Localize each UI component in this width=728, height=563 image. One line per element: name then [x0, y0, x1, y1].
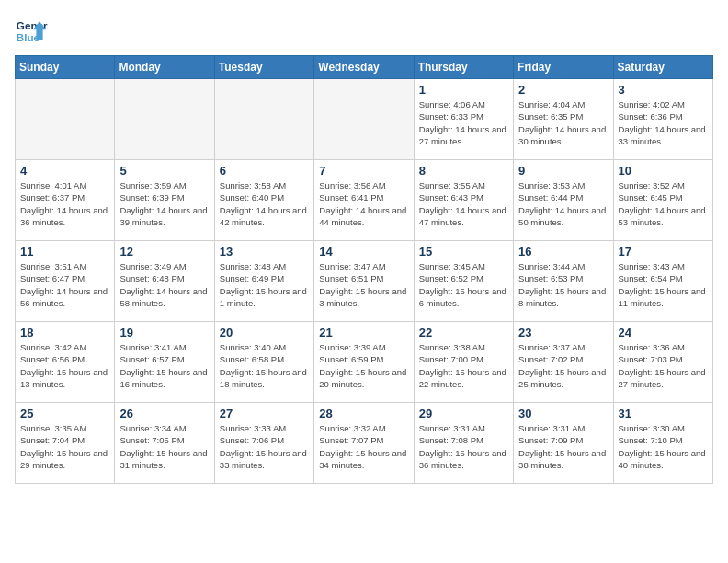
- calendar-cell: [314, 79, 414, 160]
- calendar-cell: 19 Sunrise: 3:41 AM Sunset: 6:57 PM Dayl…: [115, 322, 214, 403]
- day-info: Sunrise: 3:40 AM Sunset: 6:58 PM Dayligh…: [220, 341, 309, 390]
- day-number: 12: [119, 245, 209, 259]
- day-number: 11: [20, 245, 109, 259]
- day-number: 23: [518, 326, 608, 339]
- day-number: 27: [220, 407, 309, 420]
- calendar-cell: [16, 79, 115, 160]
- calendar-cell: 16 Sunrise: 3:44 AM Sunset: 6:53 PM Dayl…: [514, 241, 613, 322]
- day-info: Sunrise: 3:41 AM Sunset: 6:57 PM Dayligh…: [119, 341, 209, 390]
- calendar-cell: [115, 79, 214, 160]
- day-number: 7: [319, 164, 408, 178]
- weekday-header-friday: Friday: [514, 56, 613, 79]
- day-info: Sunrise: 3:58 AM Sunset: 6:40 PM Dayligh…: [220, 179, 309, 228]
- calendar-cell: 11 Sunrise: 3:51 AM Sunset: 6:47 PM Dayl…: [16, 241, 115, 322]
- day-info: Sunrise: 3:49 AM Sunset: 6:48 PM Dayligh…: [119, 260, 209, 309]
- day-number: 26: [119, 407, 209, 420]
- calendar-cell: 8 Sunrise: 3:55 AM Sunset: 6:43 PM Dayli…: [414, 160, 513, 241]
- calendar-cell: 14 Sunrise: 3:47 AM Sunset: 6:51 PM Dayl…: [314, 241, 414, 322]
- day-number: 30: [518, 407, 608, 420]
- day-info: Sunrise: 3:31 AM Sunset: 7:09 PM Dayligh…: [518, 422, 608, 471]
- weekday-header-saturday: Saturday: [613, 56, 712, 79]
- day-info: Sunrise: 3:52 AM Sunset: 6:45 PM Dayligh…: [619, 179, 708, 228]
- day-number: 19: [119, 326, 209, 339]
- calendar-cell: 23 Sunrise: 3:37 AM Sunset: 7:02 PM Dayl…: [514, 322, 613, 403]
- day-number: 5: [119, 164, 209, 178]
- day-info: Sunrise: 4:02 AM Sunset: 6:36 PM Dayligh…: [619, 98, 708, 147]
- day-info: Sunrise: 3:35 AM Sunset: 7:04 PM Dayligh…: [20, 422, 109, 471]
- day-number: 20: [220, 326, 309, 339]
- day-info: Sunrise: 3:31 AM Sunset: 7:08 PM Dayligh…: [419, 422, 508, 471]
- calendar-cell: 18 Sunrise: 3:42 AM Sunset: 6:56 PM Dayl…: [16, 322, 115, 403]
- day-number: 3: [619, 83, 708, 97]
- day-info: Sunrise: 3:32 AM Sunset: 7:07 PM Dayligh…: [319, 422, 408, 471]
- weekday-header-sunday: Sunday: [16, 56, 115, 79]
- calendar-cell: 30 Sunrise: 3:31 AM Sunset: 7:09 PM Dayl…: [514, 403, 613, 484]
- day-number: 2: [518, 83, 608, 97]
- weekday-header-tuesday: Tuesday: [214, 56, 313, 79]
- day-info: Sunrise: 3:47 AM Sunset: 6:51 PM Dayligh…: [319, 260, 408, 309]
- day-info: Sunrise: 4:04 AM Sunset: 6:35 PM Dayligh…: [518, 98, 608, 147]
- day-number: 9: [518, 164, 608, 178]
- calendar-cell: 2 Sunrise: 4:04 AM Sunset: 6:35 PM Dayli…: [514, 79, 613, 160]
- day-number: 4: [20, 164, 109, 178]
- calendar-week-4: 18 Sunrise: 3:42 AM Sunset: 6:56 PM Dayl…: [16, 322, 713, 403]
- weekday-header-monday: Monday: [115, 56, 214, 79]
- day-number: 13: [220, 245, 309, 259]
- calendar-cell: 31 Sunrise: 3:30 AM Sunset: 7:10 PM Dayl…: [613, 403, 712, 484]
- calendar-cell: 29 Sunrise: 3:31 AM Sunset: 7:08 PM Dayl…: [414, 403, 513, 484]
- day-number: 15: [419, 245, 508, 259]
- day-info: Sunrise: 3:37 AM Sunset: 7:02 PM Dayligh…: [518, 341, 608, 390]
- day-info: Sunrise: 4:01 AM Sunset: 6:37 PM Dayligh…: [20, 179, 109, 228]
- calendar-cell: 13 Sunrise: 3:48 AM Sunset: 6:49 PM Dayl…: [214, 241, 313, 322]
- calendar-week-5: 25 Sunrise: 3:35 AM Sunset: 7:04 PM Dayl…: [16, 403, 713, 484]
- day-number: 17: [619, 245, 708, 259]
- calendar-cell: 5 Sunrise: 3:59 AM Sunset: 6:39 PM Dayli…: [115, 160, 214, 241]
- day-info: Sunrise: 3:38 AM Sunset: 7:00 PM Dayligh…: [419, 341, 508, 390]
- calendar-week-1: 1 Sunrise: 4:06 AM Sunset: 6:33 PM Dayli…: [16, 79, 713, 160]
- day-number: 8: [419, 164, 508, 178]
- day-number: 28: [319, 407, 408, 420]
- day-number: 1: [419, 83, 508, 97]
- calendar-cell: 6 Sunrise: 3:58 AM Sunset: 6:40 PM Dayli…: [214, 160, 313, 241]
- day-number: 24: [619, 326, 708, 339]
- day-number: 14: [319, 245, 408, 259]
- day-number: 25: [20, 407, 109, 420]
- day-number: 18: [20, 326, 109, 339]
- day-info: Sunrise: 3:59 AM Sunset: 6:39 PM Dayligh…: [119, 179, 209, 228]
- day-info: Sunrise: 3:56 AM Sunset: 6:41 PM Dayligh…: [319, 179, 408, 228]
- logo: General Blue: [15, 15, 48, 48]
- calendar-cell: 20 Sunrise: 3:40 AM Sunset: 6:58 PM Dayl…: [214, 322, 313, 403]
- day-info: Sunrise: 3:33 AM Sunset: 7:06 PM Dayligh…: [220, 422, 309, 471]
- day-info: Sunrise: 3:53 AM Sunset: 6:44 PM Dayligh…: [518, 179, 608, 228]
- day-number: 29: [419, 407, 508, 420]
- calendar-cell: 3 Sunrise: 4:02 AM Sunset: 6:36 PM Dayli…: [613, 79, 712, 160]
- day-number: 6: [220, 164, 309, 178]
- calendar-week-3: 11 Sunrise: 3:51 AM Sunset: 6:47 PM Dayl…: [16, 241, 713, 322]
- day-info: Sunrise: 3:45 AM Sunset: 6:52 PM Dayligh…: [419, 260, 508, 309]
- calendar-cell: 21 Sunrise: 3:39 AM Sunset: 6:59 PM Dayl…: [314, 322, 414, 403]
- day-info: Sunrise: 3:42 AM Sunset: 6:56 PM Dayligh…: [20, 341, 109, 390]
- calendar-cell: 27 Sunrise: 3:33 AM Sunset: 7:06 PM Dayl…: [214, 403, 313, 484]
- day-info: Sunrise: 3:34 AM Sunset: 7:05 PM Dayligh…: [119, 422, 209, 471]
- day-info: Sunrise: 3:48 AM Sunset: 6:49 PM Dayligh…: [220, 260, 309, 309]
- weekday-header-wednesday: Wednesday: [314, 56, 414, 79]
- day-info: Sunrise: 3:51 AM Sunset: 6:47 PM Dayligh…: [20, 260, 109, 309]
- day-number: 10: [619, 164, 708, 178]
- day-info: Sunrise: 3:30 AM Sunset: 7:10 PM Dayligh…: [619, 422, 708, 471]
- calendar-week-2: 4 Sunrise: 4:01 AM Sunset: 6:37 PM Dayli…: [16, 160, 713, 241]
- day-info: Sunrise: 3:43 AM Sunset: 6:54 PM Dayligh…: [619, 260, 708, 309]
- weekday-header-thursday: Thursday: [414, 56, 513, 79]
- day-info: Sunrise: 3:44 AM Sunset: 6:53 PM Dayligh…: [518, 260, 608, 309]
- svg-text:General: General: [17, 19, 48, 31]
- page-header: General Blue: [15, 15, 713, 48]
- calendar-cell: 26 Sunrise: 3:34 AM Sunset: 7:05 PM Dayl…: [115, 403, 214, 484]
- calendar-cell: 25 Sunrise: 3:35 AM Sunset: 7:04 PM Dayl…: [16, 403, 115, 484]
- calendar-cell: 4 Sunrise: 4:01 AM Sunset: 6:37 PM Dayli…: [16, 160, 115, 241]
- calendar-cell: 22 Sunrise: 3:38 AM Sunset: 7:00 PM Dayl…: [414, 322, 513, 403]
- day-info: Sunrise: 3:36 AM Sunset: 7:03 PM Dayligh…: [619, 341, 708, 390]
- calendar-cell: 17 Sunrise: 3:43 AM Sunset: 6:54 PM Dayl…: [613, 241, 712, 322]
- calendar-cell: 24 Sunrise: 3:36 AM Sunset: 7:03 PM Dayl…: [613, 322, 712, 403]
- day-number: 22: [419, 326, 508, 339]
- day-info: Sunrise: 3:39 AM Sunset: 6:59 PM Dayligh…: [319, 341, 408, 390]
- day-number: 21: [319, 326, 408, 339]
